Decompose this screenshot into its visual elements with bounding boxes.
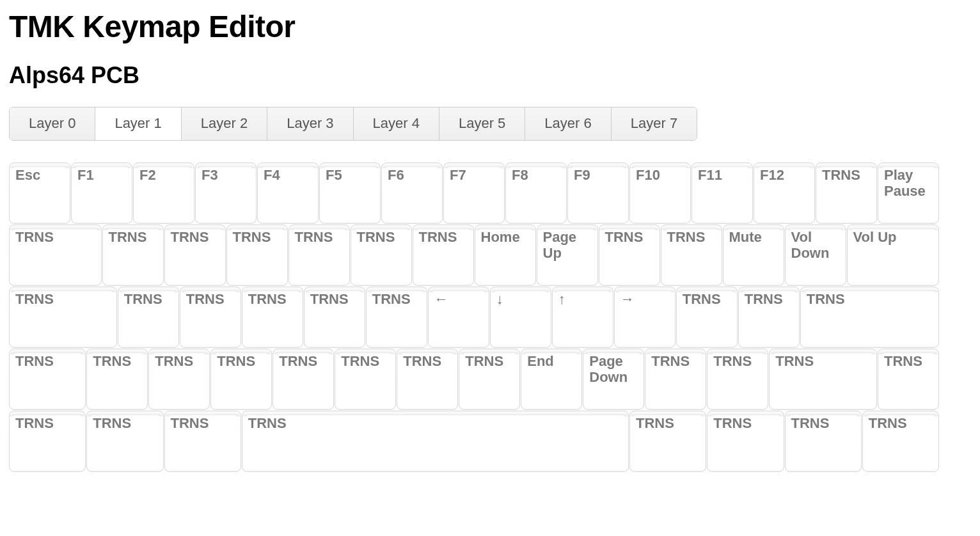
key-r3-x9.25[interactable]: Page Down xyxy=(583,349,644,410)
key-label: TRNS xyxy=(419,229,470,245)
key-r4-x10[interactable]: TRNS xyxy=(629,411,706,472)
key-r1-x3.5[interactable]: TRNS xyxy=(226,225,288,286)
key-r0-x13[interactable]: TRNS xyxy=(816,162,877,224)
key-label: F6 xyxy=(388,167,438,183)
key-r3-x8.25[interactable]: End xyxy=(521,349,582,410)
key-label: TRNS xyxy=(807,291,935,307)
key-r0-x6[interactable]: F6 xyxy=(381,162,443,224)
key-r1-x9.5[interactable]: TRNS xyxy=(599,225,660,286)
key-label: TRNS xyxy=(15,291,113,307)
key-r4-x13.75[interactable]: TRNS xyxy=(862,411,939,472)
layer-tab-0[interactable]: Layer 0 xyxy=(10,107,95,140)
key-r1-x8.5[interactable]: Page Up xyxy=(537,225,598,286)
layer-tab-2[interactable]: Layer 2 xyxy=(182,107,267,140)
key-r3-x5.25[interactable]: TRNS xyxy=(335,349,396,410)
key-r2-x10.75[interactable]: TRNS xyxy=(676,287,738,348)
key-r3-x7.25[interactable]: TRNS xyxy=(459,349,520,410)
key-r2-x9.75[interactable]: → xyxy=(614,287,676,348)
layer-tab-1[interactable]: Layer 1 xyxy=(95,107,181,140)
key-label: F4 xyxy=(264,167,314,183)
key-r1-x13.5[interactable]: Vol Up xyxy=(847,225,940,286)
key-r0-x10[interactable]: F10 xyxy=(629,162,691,224)
layer-tab-4[interactable]: Layer 4 xyxy=(354,107,439,140)
key-r3-x11.25[interactable]: TRNS xyxy=(707,349,768,410)
key-label: Play Pause xyxy=(884,167,935,200)
key-r2-x3.75[interactable]: TRNS xyxy=(242,287,303,348)
key-r0-x2[interactable]: F2 xyxy=(133,162,194,224)
key-label: TRNS xyxy=(15,353,81,369)
key-r2-x1.75[interactable]: TRNS xyxy=(118,287,179,348)
key-r1-x11.5[interactable]: Mute xyxy=(723,225,784,286)
key-r0-x5[interactable]: F5 xyxy=(319,162,381,224)
key-label: TRNS xyxy=(310,291,361,307)
key-r3-x0[interactable]: TRNS xyxy=(9,349,86,410)
key-r1-x4.5[interactable]: TRNS xyxy=(288,225,350,286)
key-label: TRNS xyxy=(651,353,702,369)
key-label: TRNS xyxy=(93,415,159,431)
key-r3-x10.25[interactable]: TRNS xyxy=(645,349,706,410)
key-r4-x11.25[interactable]: TRNS xyxy=(707,411,784,472)
key-r3-x2.25[interactable]: TRNS xyxy=(148,349,210,410)
key-r4-x1.25[interactable]: TRNS xyxy=(86,411,163,472)
key-r1-x2.5[interactable]: TRNS xyxy=(164,225,226,286)
key-label: TRNS xyxy=(822,167,873,183)
key-label: TRNS xyxy=(884,353,935,369)
key-r1-x5.5[interactable]: TRNS xyxy=(351,225,412,286)
key-r1-x7.5[interactable]: Home xyxy=(475,225,536,286)
key-r2-x6.75[interactable]: ← xyxy=(428,287,489,348)
key-r2-x2.75[interactable]: TRNS xyxy=(180,287,241,348)
key-r0-x7[interactable]: F7 xyxy=(443,162,505,224)
key-label: F12 xyxy=(760,167,810,183)
layer-tab-7[interactable]: Layer 7 xyxy=(612,107,697,140)
key-r2-x5.75[interactable]: TRNS xyxy=(366,287,427,348)
key-r2-x0[interactable]: TRNS xyxy=(9,287,117,348)
key-r4-x0[interactable]: TRNS xyxy=(9,411,86,472)
key-r2-x11.75[interactable]: TRNS xyxy=(738,287,800,348)
key-r1-x6.5[interactable]: TRNS xyxy=(413,225,474,286)
key-r3-x4.25[interactable]: TRNS xyxy=(273,349,334,410)
layer-tab-6[interactable]: Layer 6 xyxy=(525,107,611,140)
key-label: TRNS xyxy=(357,229,407,245)
key-r3-x1.25[interactable]: TRNS xyxy=(86,349,148,410)
key-r2-x8.75[interactable]: ↑ xyxy=(552,287,613,348)
key-r0-x4[interactable]: F4 xyxy=(257,162,319,224)
key-r3-x6.25[interactable]: TRNS xyxy=(397,349,458,410)
key-label: TRNS xyxy=(341,353,391,369)
key-r0-x8[interactable]: F8 xyxy=(505,162,567,224)
key-label: Page Down xyxy=(589,353,640,386)
key-label: End xyxy=(527,353,578,369)
key-label: TRNS xyxy=(248,415,624,431)
key-r0-x1[interactable]: F1 xyxy=(71,162,132,224)
key-r0-x11[interactable]: F11 xyxy=(692,162,753,224)
key-r0-x0[interactable]: Esc xyxy=(9,162,70,224)
key-label: TRNS xyxy=(155,353,205,369)
key-r4-x2.5[interactable]: TRNS xyxy=(164,411,241,472)
key-r2-x4.75[interactable]: TRNS xyxy=(304,287,365,348)
key-r0-x9[interactable]: F9 xyxy=(567,162,629,224)
key-r1-x12.5[interactable]: Vol Down xyxy=(785,225,846,286)
key-r1-x0[interactable]: TRNS xyxy=(9,225,102,286)
key-r2-x7.75[interactable]: ↓ xyxy=(490,287,551,348)
key-r0-x3[interactable]: F3 xyxy=(195,162,257,224)
key-label: TRNS xyxy=(124,291,175,307)
key-label: F11 xyxy=(698,167,748,183)
key-r0-x12[interactable]: F12 xyxy=(754,162,815,224)
layer-tab-5[interactable]: Layer 5 xyxy=(439,107,525,140)
key-label: ↑ xyxy=(558,291,609,307)
key-label: TRNS xyxy=(791,415,857,431)
key-r1-x1.5[interactable]: TRNS xyxy=(102,225,164,286)
key-r0-x14[interactable]: Play Pause xyxy=(878,162,939,224)
key-r3-x14[interactable]: TRNS xyxy=(878,349,939,410)
key-r3-x3.25[interactable]: TRNS xyxy=(210,349,272,410)
key-label: TRNS xyxy=(171,415,237,431)
key-label: TRNS xyxy=(667,229,718,245)
key-label: F2 xyxy=(139,167,190,183)
key-r4-x12.5[interactable]: TRNS xyxy=(785,411,862,472)
key-label: F1 xyxy=(77,167,128,183)
key-r4-x3.75[interactable]: TRNS xyxy=(242,411,629,472)
key-r2-x12.75[interactable]: TRNS xyxy=(800,287,939,348)
layer-tab-3[interactable]: Layer 3 xyxy=(267,107,353,140)
key-label: ← xyxy=(434,291,485,307)
key-r1-x10.5[interactable]: TRNS xyxy=(661,225,722,286)
key-r3-x12.25[interactable]: TRNS xyxy=(769,349,877,410)
